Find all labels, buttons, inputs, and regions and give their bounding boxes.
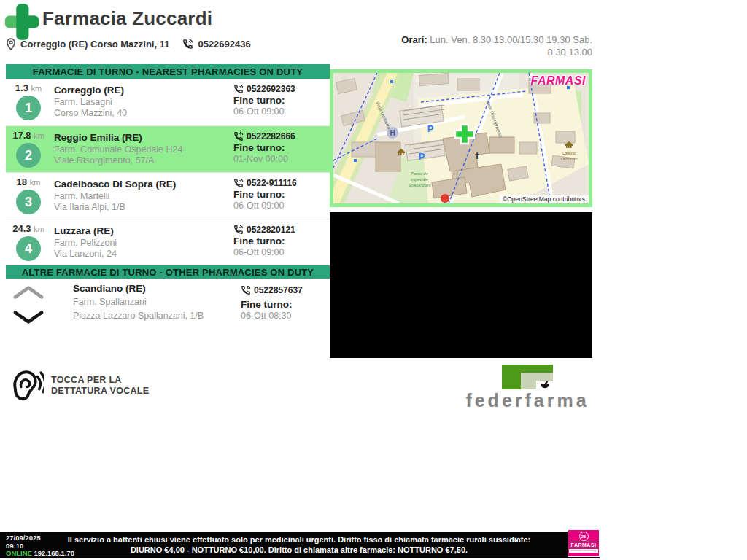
pharmacy-name: Farm. Pelizzoni — [54, 238, 231, 249]
online-status: ONLINE — [6, 549, 32, 557]
pharmacy-phone: 0522820121 — [247, 225, 295, 235]
shift-end-label: Fine turno: — [233, 142, 330, 153]
pharmacy-name: Farm. Martelli — [54, 191, 231, 202]
shift-end-label: Fine turno: — [233, 95, 330, 106]
scroll-down-button[interactable] — [12, 310, 44, 324]
phone-icon — [233, 84, 244, 94]
poi-label: Dolzzoni — [560, 157, 577, 161]
rank-badge: 4 — [16, 236, 41, 261]
pharmacy-name: Farm. Comunale Ospedale H24 — [54, 144, 231, 155]
pharmacy-name: Farm. Lasagni — [54, 97, 231, 108]
shift-end-time: 01-Nov 00:00 — [233, 154, 330, 164]
shift-end-time: 06-Ott 09:00 — [233, 106, 330, 117]
farmasi-wordmark: FARMASI — [570, 542, 597, 548]
shift-end-time: 06-Ott 09:00 — [233, 247, 330, 257]
street-map[interactable]: H P P ✝ Viale Umberto I Viale Risorgimen… — [330, 69, 592, 207]
rank-badge: 3 — [16, 190, 41, 214]
duty-pharmacies-panel: FARMACIE DI TURNO - NEAREST PHARMACIES O… — [6, 64, 330, 335]
pharmacy-address: Correggio (RE) Corso Mazzini, 11 — [20, 39, 169, 50]
distance: 1.3 km — [6, 82, 51, 93]
pharmacy-row-2-selected[interactable]: 17.8 km 2 Reggio Emilia (RE) Farm. Comun… — [6, 125, 330, 172]
status-footer: 27/09/2025 09:10 ONLINE 192.168.1.70 Il … — [0, 532, 600, 558]
hours-line2: 8.30 13.00 — [374, 46, 592, 58]
opening-hours: Orari: Lun. Ven. 8.30 13.00/15.30 19.30 … — [374, 34, 592, 58]
pharmacy-row-1[interactable]: 1.3 km 1 Correggio (RE) Farm. Lasagni Co… — [6, 79, 330, 125]
rank-badge: 2 — [16, 143, 41, 168]
blank-display-area — [330, 212, 592, 358]
pharmacy-street: Via Lanzoni, 24 — [54, 249, 231, 260]
nearest-duty-list: 1.3 km 1 Correggio (RE) Farm. Lasagni Co… — [6, 79, 330, 265]
pharmacy-cross-logo — [4, 3, 39, 41]
farmasi-footer-logo: 25 FARMASI informatica technology — [568, 529, 600, 557]
shift-end-label: Fine turno: — [233, 236, 330, 246]
pharmacy-phone: 0522692436 — [198, 39, 250, 50]
parking-symbol: P — [419, 151, 425, 162]
pharmacy-name: Farm. Spallanzani — [73, 295, 238, 309]
phone-icon — [233, 131, 244, 141]
shift-end-label: Fine turno: — [241, 299, 330, 310]
pharmacy-phone: 0522-911116 — [247, 178, 297, 188]
federfarma-wordmark: federfarma — [460, 390, 595, 411]
voice-dictation-label: TOCCA PER LA DETTATURA VOCALE — [51, 375, 149, 397]
distance: 24.3 km — [6, 223, 51, 234]
voice-dictation-button[interactable]: TOCCA PER LA DETTATURA VOCALE — [7, 367, 149, 405]
hours-label: Orari: — [401, 34, 427, 45]
pharmacy-street: Via Ilaria Alpi, 1/B — [54, 202, 231, 213]
pharmacy-city: Cadelbosco Di Sopra (RE) — [54, 179, 231, 190]
other-pharmacy-row: Scandiano (RE) Farm. Spallanzani Piazza … — [6, 279, 330, 335]
park-label: Spallanzani — [408, 183, 431, 187]
pharmacy-phone: 0522282666 — [247, 131, 295, 141]
park-label: Parco de — [411, 171, 429, 176]
hours-line1: Lun. Ven. 8.30 13.00/15.30 19.30 Sab. — [430, 34, 592, 45]
poi-label: Casino — [562, 151, 576, 155]
phone-icon — [233, 225, 244, 235]
pharmacy-street: Viale Risorgimento, 57/A — [54, 155, 231, 166]
scroll-up-button[interactable] — [12, 285, 44, 300]
shift-end-label: Fine turno: — [233, 189, 330, 200]
mortar-pestle-icon — [539, 381, 551, 389]
phone-icon — [182, 39, 193, 50]
distance: 18 km — [6, 176, 51, 187]
phone-icon — [241, 285, 251, 295]
farmasi-map-logo: FARMASI — [531, 74, 587, 88]
pharmacy-street: Corso Mazzini, 40 — [54, 108, 231, 119]
phone-icon — [233, 178, 244, 188]
pharmacy-phone: 0522857637 — [254, 285, 303, 295]
shift-end-time: 06-Ott 09:00 — [233, 201, 330, 211]
svg-text:©OpenStreetMap contributors: ©OpenStreetMap contributors — [503, 195, 585, 203]
church-cross: ✝ — [473, 151, 481, 161]
parking-symbol: P — [427, 123, 434, 134]
shift-end-time: 06-Ott 08:30 — [241, 311, 330, 321]
nearest-duty-header-bar: FARMACIE DI TURNO - NEAREST PHARMACIES O… — [6, 64, 330, 79]
location-pin-icon — [6, 38, 16, 50]
pharmacy-city: Correggio (RE) — [54, 85, 231, 96]
anniversary-badge: 25 — [579, 532, 589, 541]
kiosk-screen: Farmacia Zuccardi Correggio (RE) Corso M… — [0, 0, 747, 560]
farmasi-tagline: informatica technology — [569, 549, 598, 553]
federfarma-logo: federfarma — [460, 365, 595, 411]
pharmacy-city: Luzzara (RE) — [54, 225, 231, 236]
pharmacy-city: Scandiano (RE) — [73, 283, 238, 294]
page-title: Farmacia Zuccardi — [42, 7, 212, 30]
pharmacy-phone: 0522692363 — [247, 84, 295, 94]
service-notice: Il servizio a battenti chiusi viene effe… — [44, 534, 554, 555]
other-duty-header-bar: ALTRE FARMACIE DI TURNO - OTHER PHARMACI… — [6, 265, 330, 279]
pharmacy-address-row: Correggio (RE) Corso Mazzini, 11 0522692… — [6, 38, 251, 50]
distance: 17.8 km — [6, 130, 51, 141]
pharmacy-row-4[interactable]: 24.3 km 4 Luzzara (RE) Farm. Pelizzoni V… — [6, 219, 330, 265]
park-label: ospedale — [411, 177, 429, 182]
rank-badge: 1 — [16, 96, 41, 120]
pharmacy-row-3[interactable]: 18 km 3 Cadelbosco Di Sopra (RE) Farm. M… — [6, 172, 330, 219]
ear-icon — [7, 367, 44, 405]
pharmacy-street: Piazza Lazzaro Spallanzani, 1/B — [73, 309, 238, 323]
federfarma-mark — [502, 365, 553, 389]
pharmacy-city: Reggio Emilia (RE) — [54, 132, 231, 143]
map-attribution: ©OpenStreetMap contributors — [500, 195, 589, 203]
